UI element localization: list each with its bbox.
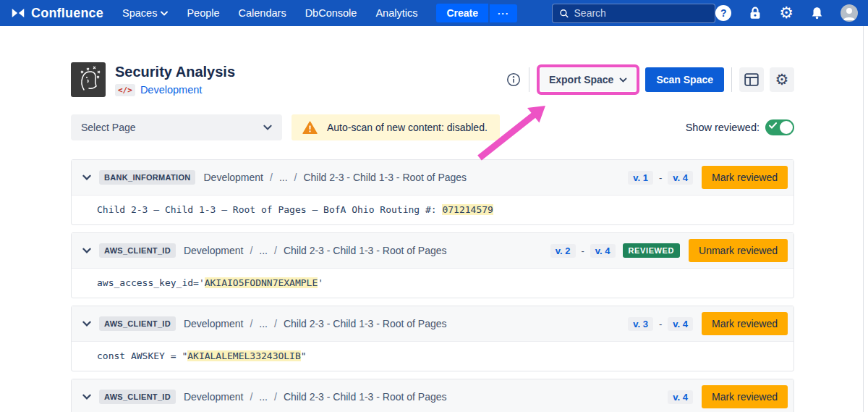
version-separator: - bbox=[582, 245, 584, 256]
nav-item-people[interactable]: People bbox=[187, 7, 219, 19]
create-button[interactable]: Create bbox=[436, 4, 488, 22]
export-space-label: Export Space bbox=[549, 74, 613, 85]
breadcrumb: Development / ... / Child 2-3 - Child 1-… bbox=[203, 172, 467, 183]
breadcrumb-page: Child 2-3 - Child 1-3 - Root of Pages bbox=[284, 245, 447, 256]
version-from-badge[interactable]: v. 2 bbox=[550, 244, 576, 258]
mark-reviewed-button[interactable]: Mark reviewed bbox=[702, 166, 788, 189]
mark-reviewed-button[interactable]: Mark reviewed bbox=[702, 312, 788, 335]
select-page-label: Select Page bbox=[81, 122, 136, 133]
show-reviewed-control: Show reviewed: bbox=[686, 119, 794, 135]
breadcrumb-page: Child 2-3 - Child 1-3 - Root of Pages bbox=[284, 318, 447, 329]
version-to-badge[interactable]: v. 4 bbox=[668, 317, 693, 331]
header-actions: Export Space Scan Space ⚙ bbox=[506, 64, 794, 95]
detected-secret: AKIALALEMEL33243OLIB bbox=[187, 350, 301, 361]
controls-row: Select Page Auto-scan of new content: di… bbox=[71, 114, 794, 140]
finding-header: AWS_CLIENT_ID Development / ... / Child … bbox=[72, 379, 793, 412]
nav-item-dbconsole[interactable]: DbConsole bbox=[305, 7, 357, 19]
space-link[interactable]: Development bbox=[140, 84, 202, 96]
notifications-bell-icon[interactable] bbox=[809, 5, 825, 21]
help-icon[interactable]: ? bbox=[715, 5, 731, 21]
export-space-button[interactable]: Export Space bbox=[540, 68, 636, 91]
snippet-prefix: const AWSKEY = " bbox=[97, 350, 187, 361]
breadcrumb-separator: / bbox=[250, 245, 252, 256]
warning-triangle-icon bbox=[302, 121, 318, 135]
page-header: Security Analysis </> Development Export… bbox=[71, 62, 794, 97]
detected-secret: AKIAIO5FODNN7EXAMPLE bbox=[205, 277, 318, 288]
autoscan-warning-text: Auto-scan of new content: disabled. bbox=[327, 122, 488, 133]
snippet-prefix: aws_access_key_id=' bbox=[97, 277, 205, 288]
space-settings-button[interactable]: ⚙ bbox=[770, 67, 794, 92]
breadcrumb-ellipsis[interactable]: ... bbox=[259, 245, 268, 256]
breadcrumb-separator: / bbox=[274, 391, 277, 403]
info-icon[interactable] bbox=[506, 72, 522, 88]
finding-header-right: v. 4 Mark reviewed bbox=[668, 385, 788, 408]
finding-header-right: v. 3 - v. 4 Mark reviewed bbox=[628, 312, 788, 335]
version-separator: - bbox=[659, 319, 662, 329]
scan-space-button[interactable]: Scan Space bbox=[645, 67, 724, 92]
more-actions-button[interactable]: ··· bbox=[490, 4, 517, 22]
sidebar-layout-button[interactable] bbox=[739, 67, 764, 92]
space-avatar[interactable] bbox=[71, 62, 106, 97]
findings-list: BANK_INFORMATION Development / ... / Chi… bbox=[71, 159, 794, 412]
finding-type-badge: AWS_CLIENT_ID bbox=[99, 390, 176, 404]
search-input[interactable] bbox=[574, 7, 709, 19]
nav-item-spaces[interactable]: Spaces bbox=[122, 7, 168, 19]
main-content: Security Analysis </> Development Export… bbox=[0, 62, 868, 412]
snippet-prefix: Child 2-3 – Child 1-3 – Root of Pages – … bbox=[97, 204, 442, 215]
breadcrumb-separator: / bbox=[270, 172, 273, 183]
version-to-badge[interactable]: v. 4 bbox=[668, 171, 693, 185]
version-to-badge[interactable]: v. 4 bbox=[590, 244, 616, 258]
divider bbox=[529, 67, 529, 92]
divider bbox=[731, 67, 732, 92]
mark-reviewed-button[interactable]: Mark reviewed bbox=[702, 385, 788, 408]
collapse-chevron-icon[interactable] bbox=[81, 392, 93, 401]
nav-item-spaces-label: Spaces bbox=[122, 7, 157, 19]
breadcrumb: Development / ... / Child 2-3 - Child 1-… bbox=[184, 391, 447, 403]
finding-type-badge: AWS_CLIENT_ID bbox=[99, 316, 176, 331]
nav-item-analytics[interactable]: Analytics bbox=[375, 7, 417, 19]
finding-card: AWS_CLIENT_ID Development / ... / Child … bbox=[71, 232, 794, 298]
space-avatar-art bbox=[71, 62, 106, 97]
version-separator: - bbox=[659, 172, 662, 183]
search-box[interactable] bbox=[552, 4, 715, 23]
collapse-chevron-icon[interactable] bbox=[81, 319, 93, 328]
toggle-knob bbox=[780, 121, 793, 134]
unmark-reviewed-button[interactable]: Unmark reviewed bbox=[689, 239, 788, 262]
finding-snippet: const AWSKEY = "AKIALALEMEL33243OLIB" bbox=[72, 342, 793, 371]
layout-panel-icon bbox=[744, 73, 759, 86]
nav-icon-cluster: ? ⚙ bbox=[715, 4, 858, 22]
breadcrumb-ellipsis[interactable]: ... bbox=[259, 318, 268, 329]
select-page-dropdown[interactable]: Select Page bbox=[71, 114, 282, 140]
code-icon: </> bbox=[115, 84, 135, 96]
show-reviewed-toggle[interactable] bbox=[765, 119, 794, 135]
annotation-highlight-box: Export Space bbox=[537, 64, 639, 95]
finding-header-right: v. 2 - v. 4 REVIEWED Unmark reviewed bbox=[550, 239, 788, 262]
collapse-chevron-icon[interactable] bbox=[81, 246, 93, 255]
breadcrumb-space: Development bbox=[184, 245, 244, 256]
confluence-logo[interactable]: Confluence bbox=[10, 5, 103, 21]
finding-snippet: Child 2-3 – Child 1-3 – Root of Pages – … bbox=[72, 196, 793, 224]
finding-type-badge: BANK_INFORMATION bbox=[99, 170, 195, 185]
lock-icon[interactable] bbox=[747, 5, 763, 21]
finding-snippet: aws_access_key_id='AKIAIO5FODNN7EXAMPLE' bbox=[72, 269, 793, 298]
search-icon bbox=[559, 8, 569, 19]
collapse-chevron-icon[interactable] bbox=[81, 173, 93, 182]
version-from-badge[interactable]: v. 3 bbox=[628, 317, 653, 331]
nav-item-calendars[interactable]: Calendars bbox=[239, 7, 286, 19]
user-avatar[interactable] bbox=[841, 4, 858, 22]
version-to-badge[interactable]: v. 4 bbox=[668, 390, 693, 404]
finding-header: BANK_INFORMATION Development / ... / Chi… bbox=[72, 160, 793, 196]
breadcrumb-separator: / bbox=[250, 391, 252, 403]
gear-icon: ⚙ bbox=[775, 72, 789, 88]
breadcrumb-ellipsis[interactable]: ... bbox=[279, 172, 288, 183]
finding-header: AWS_CLIENT_ID Development / ... / Child … bbox=[72, 306, 793, 342]
breadcrumb-space: Development bbox=[184, 318, 244, 329]
finding-card: AWS_CLIENT_ID Development / ... / Child … bbox=[71, 306, 794, 371]
breadcrumb-ellipsis[interactable]: ... bbox=[259, 391, 268, 403]
version-from-badge[interactable]: v. 1 bbox=[628, 171, 653, 185]
breadcrumb-separator: / bbox=[294, 172, 297, 183]
snippet-suffix: " bbox=[301, 350, 307, 361]
admin-gear-icon[interactable]: ⚙ bbox=[779, 5, 793, 21]
finding-header: AWS_CLIENT_ID Development / ... / Child … bbox=[72, 233, 793, 269]
breadcrumb: Development / ... / Child 2-3 - Child 1-… bbox=[184, 318, 447, 329]
